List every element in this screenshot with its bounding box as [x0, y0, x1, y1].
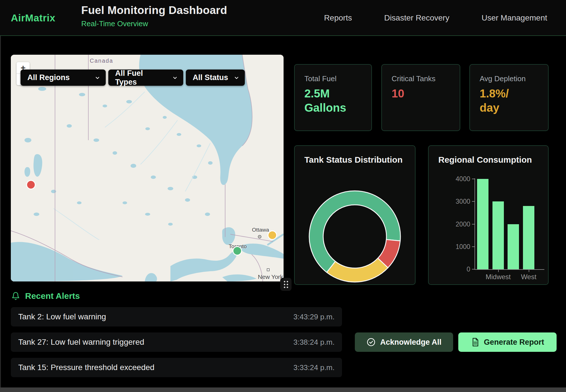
stat-value: 10: [392, 86, 404, 101]
tank-status-card: Tank Status Distribution: [294, 145, 416, 285]
drag-dots-icon: [284, 281, 288, 288]
app-logo: AirMatrix: [11, 0, 55, 36]
alert-row[interactable]: Tank 2: Low fuel warning 3:43:29 p.m.: [11, 307, 342, 326]
nav-user-management[interactable]: User Management: [482, 13, 547, 23]
x-tick-label: West: [510, 273, 547, 281]
app-header: AirMatrix Fuel Monitoring Dashboard Real…: [0, 0, 566, 36]
y-tick-label: 0: [449, 266, 470, 273]
nav-reports[interactable]: Reports: [324, 13, 352, 23]
nav-disaster-recovery[interactable]: Disaster Recovery: [384, 13, 449, 23]
page-title: Fuel Monitoring Dashboard: [81, 4, 227, 17]
map-label-new-york: New York: [252, 273, 284, 280]
chevron-down-icon: [172, 75, 178, 81]
check-circle-icon: [367, 338, 376, 347]
window-edge: [0, 0, 1, 392]
alert-row[interactable]: Tank 27: Low fuel warning triggered 3:38…: [11, 332, 342, 352]
y-tick: [472, 246, 475, 247]
alert-message: Tank 27: Low fuel warning triggered: [18, 338, 144, 347]
acknowledge-all-button[interactable]: Acknowledge All: [355, 332, 453, 352]
alert-message: Tank 15: Pressure threshold exceeded: [18, 363, 154, 372]
file-text-icon: [471, 338, 479, 347]
alert-time: 3:43:29 p.m.: [293, 313, 335, 321]
alert-time: 3:33:24 p.m.: [293, 363, 335, 372]
x-tick: [498, 270, 499, 272]
ottawa-town-icon: [258, 235, 262, 239]
chevron-down-icon: [233, 75, 240, 81]
alerts-header: Recent Alerts: [11, 291, 80, 301]
stat-card-critical-tanks: Critical Tanks 10: [381, 64, 460, 131]
new-york-town-icon: [267, 268, 270, 271]
tank-map[interactable]: Canada Ottawa Toronto New York + − All R…: [11, 55, 284, 281]
y-tick: [472, 179, 475, 179]
alert-row[interactable]: Tank 15: Pressure threshold exceeded 3:3…: [11, 358, 342, 377]
map-label-canada: Canada: [84, 58, 119, 64]
bell-icon: [11, 291, 20, 301]
map-filter-row: All Regions All Fuel Types All Status: [21, 70, 245, 86]
tank-status-donut-chart: [307, 189, 403, 284]
bar-region-3: [523, 206, 534, 269]
chevron-down-icon: [94, 75, 101, 81]
main-nav: Reports Disaster Recovery User Managemen…: [324, 0, 547, 36]
y-tick-label: 1000: [449, 243, 470, 251]
bar-region-1: [492, 201, 504, 269]
alert-time: 3:38:24 p.m.: [293, 338, 335, 347]
y-tick-label: 2000: [449, 220, 470, 228]
region-filter-value: All Regions: [27, 73, 70, 82]
bar-region-0: [477, 179, 488, 269]
y-tick-label: 4000: [449, 175, 470, 183]
stat-value: 1.8%/day: [480, 86, 509, 115]
stat-card-total-fuel: Total Fuel 2.5MGallons: [294, 64, 372, 131]
stat-label: Avg Depletion: [480, 74, 526, 83]
tank-marker-normal[interactable]: [233, 246, 242, 256]
generate-report-label: Generate Report: [484, 338, 544, 347]
region-filter-dropdown[interactable]: All Regions: [21, 70, 106, 86]
donut-chart-title: Tank Status Distribution: [304, 155, 402, 165]
donut-segment-warning: [327, 258, 388, 282]
y-tick-label: 3000: [449, 198, 470, 205]
y-tick: [472, 269, 475, 270]
y-tick: [472, 224, 475, 224]
map-resize-handle[interactable]: [280, 278, 292, 291]
bar-region-2: [508, 224, 519, 270]
alerts-title: Recent Alerts: [25, 291, 80, 301]
generate-report-button[interactable]: Generate Report: [458, 332, 557, 352]
regional-consumption-card: Regional Consumption 01000200030004000Mi…: [428, 145, 549, 285]
stat-value: 2.5MGallons: [304, 86, 346, 115]
acknowledge-all-label: Acknowledge All: [380, 338, 441, 347]
title-block: Fuel Monitoring Dashboard Real-Time Over…: [81, 4, 227, 28]
fuel-type-filter-dropdown[interactable]: All Fuel Types: [108, 70, 183, 86]
y-axis: [475, 178, 475, 270]
window-bottom-strip: [0, 387, 566, 392]
regional-consumption-bar-chart: 01000200030004000MidwestWest: [429, 146, 549, 285]
tank-marker-critical[interactable]: [26, 180, 36, 189]
stat-label: Critical Tanks: [392, 74, 435, 83]
tank-marker-warning[interactable]: [268, 230, 277, 240]
y-tick: [472, 201, 475, 202]
stat-card-avg-depletion: Avg Depletion 1.8%/day: [469, 64, 549, 131]
fuel-type-filter-value: All Fuel Types: [115, 69, 167, 87]
page-subtitle: Real-Time Overview: [81, 19, 227, 28]
x-axis: [475, 269, 544, 270]
status-filter-dropdown[interactable]: All Status: [186, 70, 245, 86]
status-filter-value: All Status: [193, 73, 228, 82]
fuel-monitoring-dashboard: AirMatrix Fuel Monitoring Dashboard Real…: [0, 0, 566, 392]
alert-message: Tank 2: Low fuel warning: [18, 312, 106, 321]
stat-label: Total Fuel: [304, 74, 337, 83]
x-tick: [529, 270, 529, 272]
